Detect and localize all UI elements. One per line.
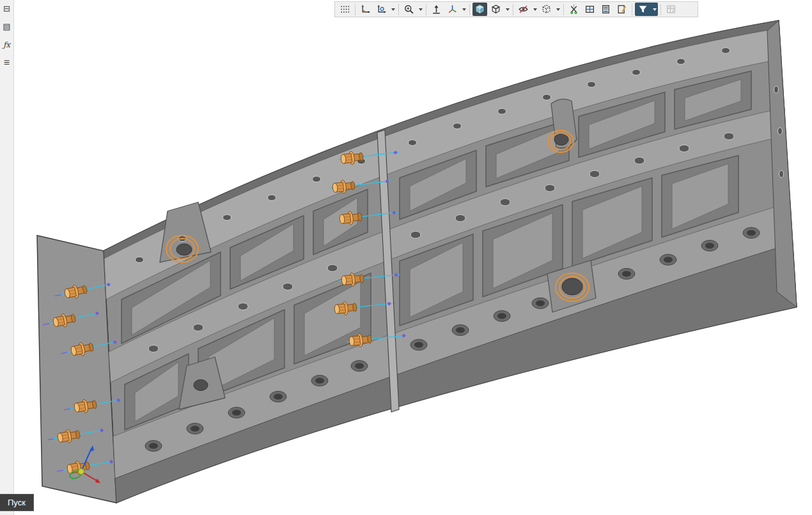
origin-ball — [79, 469, 84, 475]
3d-scene[interactable] — [14, 0, 812, 515]
sheet-display-button[interactable] — [598, 3, 613, 16]
dots-grid-icon — [340, 4, 350, 15]
plane-axes-icon — [360, 4, 371, 15]
orientation-plane-button[interactable] — [358, 3, 373, 16]
hide-objects-button[interactable] — [516, 3, 531, 16]
toolbar-separator — [398, 4, 399, 15]
3d-viewport[interactable] — [14, 0, 812, 515]
filter-objects-button[interactable] — [636, 3, 650, 16]
orientation-up-button[interactable] — [429, 3, 444, 16]
toolbar-separator — [660, 4, 661, 15]
filter-funnel-icon — [637, 4, 648, 15]
orientation-sketch-button[interactable] — [374, 3, 389, 16]
filter-button-group — [635, 3, 658, 16]
annotate-button[interactable] — [614, 3, 629, 16]
ghost-cube-icon — [541, 4, 552, 15]
cad-application-window: ⊟ ▤ ƒx ≡ — [0, 0, 812, 515]
orientation-dropdown-caret[interactable] — [389, 3, 396, 16]
toolbar-separator — [426, 4, 426, 15]
triad-dropdown-caret[interactable] — [460, 3, 467, 16]
quick-access-toolbar — [334, 1, 698, 17]
magnifier-icon — [403, 4, 414, 15]
filter-dropdown-caret[interactable] — [651, 3, 658, 16]
coordinate-triad-button[interactable] — [445, 3, 460, 16]
display-shaded-button[interactable] — [472, 3, 487, 16]
model-part[interactable] — [37, 20, 797, 503]
eye-slash-icon — [518, 4, 529, 15]
toolbar-empty-area — [679, 3, 696, 16]
hide-dropdown-caret[interactable] — [531, 3, 538, 16]
plane-axes-circle-icon — [376, 4, 387, 15]
grid-snap-button[interactable] — [338, 3, 352, 16]
toolbar-separator — [513, 4, 513, 15]
display-wireframe-button[interactable] — [488, 3, 503, 16]
start-button-tooltip: Пуск — [0, 494, 34, 511]
zoom-dropdown-caret[interactable] — [417, 3, 424, 16]
document-pencil-icon — [616, 4, 627, 15]
zoom-button[interactable] — [402, 3, 416, 16]
left-panel-rail: ⊟ ▤ ƒx ≡ — [0, 0, 14, 515]
section-view-button[interactable] — [566, 3, 581, 16]
toolbar-separator — [632, 4, 632, 15]
up-arrow-icon — [431, 4, 442, 15]
wireframe-cube-icon — [490, 4, 501, 15]
toolbar-separator — [355, 4, 355, 15]
shaded-cube-icon — [474, 4, 485, 15]
ghost-dropdown-caret[interactable] — [554, 3, 561, 16]
parameters-icon[interactable]: ▤ — [1, 20, 13, 33]
zones-grid-icon — [584, 4, 595, 15]
zones-button[interactable] — [582, 3, 597, 16]
triad-axes-icon — [447, 4, 458, 15]
sheet-icon — [600, 4, 611, 15]
variables-icon[interactable]: ƒx — [1, 38, 13, 51]
table-pencil-icon — [666, 4, 676, 15]
design-tree-icon[interactable]: ⊟ — [1, 3, 13, 15]
display-mode-dropdown-caret[interactable] — [504, 3, 511, 16]
toolbar-separator — [469, 4, 470, 15]
scissors-icon — [568, 4, 579, 15]
extra-table-button — [664, 3, 678, 16]
main-menu-icon[interactable]: ≡ — [1, 56, 13, 68]
ghost-display-button[interactable] — [539, 3, 554, 16]
toolbar-separator — [563, 4, 564, 15]
